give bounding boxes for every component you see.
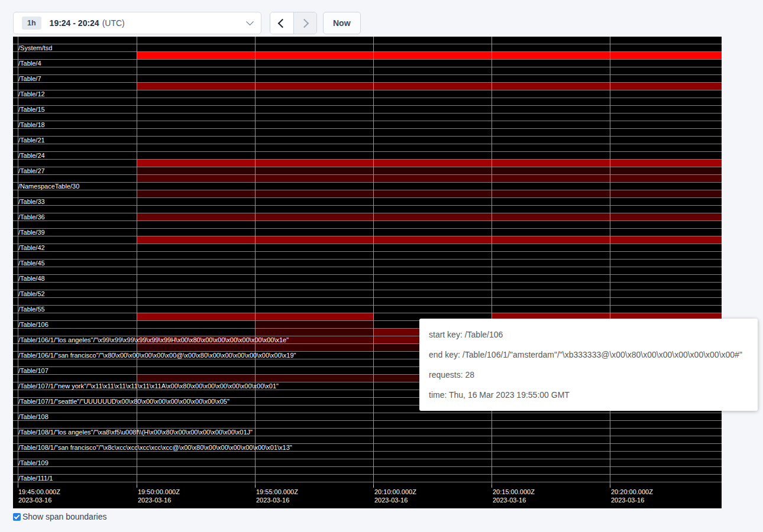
time-bucket-gridline bbox=[137, 37, 137, 485]
heatmap-cell[interactable] bbox=[373, 83, 492, 90]
heatmap-row bbox=[13, 475, 722, 482]
heatmap-row bbox=[13, 121, 722, 129]
span-key-label: /Table/24 bbox=[18, 152, 45, 160]
heatmap-row bbox=[13, 467, 722, 475]
heatmap-row bbox=[13, 183, 722, 190]
tooltip-start-key: start key: /Table/106 bbox=[429, 325, 748, 345]
heatmap-cell[interactable] bbox=[255, 52, 373, 59]
heatmap-cell[interactable] bbox=[137, 167, 255, 174]
time-axis-label: 19:50:00.000Z2023-03-16 bbox=[138, 488, 180, 504]
tooltip-time: time: Thu, 16 Mar 2023 19:55:00 GMT bbox=[429, 385, 748, 405]
span-key-label: /Table/106/1/"san francisco"/"\x80\x00\x… bbox=[18, 352, 296, 359]
heatmap-row bbox=[13, 52, 722, 60]
heatmap-row bbox=[13, 137, 722, 144]
heatmap-cell[interactable] bbox=[373, 213, 492, 220]
chevron-left-icon bbox=[278, 18, 287, 28]
key-visualizer-canvas[interactable]: /System/tsd/Table/4/Table/7/Table/12/Tab… bbox=[13, 37, 722, 508]
prev-range-button[interactable] bbox=[270, 12, 293, 34]
heatmap-cell[interactable] bbox=[255, 83, 373, 90]
heatmap-cell[interactable] bbox=[373, 236, 492, 244]
heatmap-cell[interactable] bbox=[492, 167, 610, 174]
time-axis-label: 20:15:00.000Z2023-03-16 bbox=[493, 488, 535, 504]
heatmap-cell[interactable] bbox=[255, 190, 373, 197]
heatmap-cell[interactable] bbox=[255, 167, 373, 174]
heatmap-cell[interactable] bbox=[255, 375, 373, 382]
heatmap-row bbox=[13, 106, 722, 113]
heatmap-row bbox=[13, 283, 722, 290]
heatmap-cell[interactable] bbox=[255, 236, 373, 244]
heatmap-row bbox=[13, 275, 722, 283]
heatmap-cell[interactable] bbox=[255, 175, 373, 182]
span-key-label: /Table/45 bbox=[18, 259, 45, 267]
heatmap-cell[interactable] bbox=[137, 313, 255, 320]
range-times-label: 19:24 - 20:24 bbox=[50, 18, 99, 28]
heatmap-cell[interactable] bbox=[137, 375, 255, 382]
heatmap-cell[interactable] bbox=[492, 213, 610, 220]
heatmap-cell[interactable] bbox=[255, 329, 373, 336]
heatmap-cell[interactable] bbox=[492, 160, 610, 167]
heatmap-cell[interactable] bbox=[255, 313, 373, 320]
heatmap-cell[interactable] bbox=[492, 190, 610, 197]
time-range-dropdown[interactable]: 1h 19:24 - 20:24 (UTC) bbox=[13, 12, 261, 34]
heatmap-row bbox=[13, 198, 722, 206]
heatmap-cell[interactable] bbox=[492, 52, 610, 59]
next-range-button[interactable] bbox=[293, 12, 317, 34]
heatmap-cell[interactable] bbox=[492, 175, 610, 182]
heatmap-cell[interactable] bbox=[610, 175, 722, 182]
time-axis-label: 20:20:00.000Z2023-03-16 bbox=[611, 488, 653, 504]
heatmap-cell[interactable] bbox=[610, 167, 722, 174]
span-key-label: /Table/111/1 bbox=[18, 475, 53, 482]
span-key-label: /Table/12 bbox=[18, 90, 45, 98]
heatmap-cell[interactable] bbox=[610, 190, 722, 197]
heatmap-cell[interactable] bbox=[373, 160, 492, 167]
range-nav-group bbox=[270, 12, 317, 34]
heatmap-row bbox=[13, 167, 722, 175]
heatmap-cell[interactable] bbox=[610, 236, 722, 244]
show-span-boundaries-toggle[interactable]: Show span boundaries bbox=[13, 512, 106, 521]
heatmap-row bbox=[13, 152, 722, 160]
span-key-label: /Table/52 bbox=[18, 290, 45, 298]
heatmap-row bbox=[13, 221, 722, 229]
heatmap-row bbox=[13, 236, 722, 244]
heatmap-cell[interactable] bbox=[373, 52, 492, 59]
tooltip-requests: requests: 28 bbox=[429, 365, 748, 385]
heatmap-cell[interactable] bbox=[255, 213, 373, 220]
heatmap-cell[interactable] bbox=[137, 83, 255, 90]
heatmap-row bbox=[13, 190, 722, 198]
now-button[interactable]: Now bbox=[323, 12, 361, 34]
heatmap-cell[interactable] bbox=[610, 52, 722, 59]
heatmap-row bbox=[13, 452, 722, 459]
heatmap-row bbox=[13, 75, 722, 83]
heatmap-row bbox=[13, 44, 722, 52]
heatmap-cell[interactable] bbox=[137, 160, 255, 167]
span-key-label: /Table/7 bbox=[18, 75, 41, 83]
heatmap-row bbox=[13, 144, 722, 152]
heatmap-cell[interactable] bbox=[137, 236, 255, 244]
heatmap-cell[interactable] bbox=[255, 344, 373, 351]
heatmap-cell[interactable] bbox=[373, 190, 492, 197]
span-key-label: /Table/108 bbox=[18, 413, 49, 421]
heatmap-cell[interactable] bbox=[137, 190, 255, 197]
heatmap-cell[interactable] bbox=[137, 175, 255, 182]
heatmap-cell[interactable] bbox=[492, 83, 610, 90]
checkbox-checked-icon[interactable] bbox=[13, 513, 21, 521]
heatmap-cell[interactable] bbox=[255, 160, 373, 167]
heatmap-cell[interactable] bbox=[255, 321, 373, 328]
heatmap-cell[interactable] bbox=[373, 175, 492, 182]
time-axis-band: 19:45:00.000Z2023-03-1619:50:00.000Z2023… bbox=[13, 485, 722, 508]
span-key-label: /Table/15 bbox=[18, 106, 45, 113]
heatmap-cell[interactable] bbox=[610, 213, 722, 220]
heatmap-cell[interactable] bbox=[137, 344, 255, 351]
time-axis-tick bbox=[137, 485, 137, 488]
heatmap-cell[interactable] bbox=[137, 213, 255, 220]
heatmap-row bbox=[13, 113, 722, 121]
heatmap-cell[interactable] bbox=[610, 160, 722, 167]
span-key-label: /Table/18 bbox=[18, 121, 45, 129]
span-key-label: /Table/48 bbox=[18, 275, 45, 283]
range-timezone-label: (UTC) bbox=[102, 18, 125, 28]
heatmap-cell[interactable] bbox=[373, 167, 492, 174]
heatmap-row bbox=[13, 459, 722, 467]
heatmap-cell[interactable] bbox=[610, 83, 722, 90]
heatmap-cell[interactable] bbox=[137, 52, 255, 59]
heatmap-cell[interactable] bbox=[492, 236, 610, 244]
